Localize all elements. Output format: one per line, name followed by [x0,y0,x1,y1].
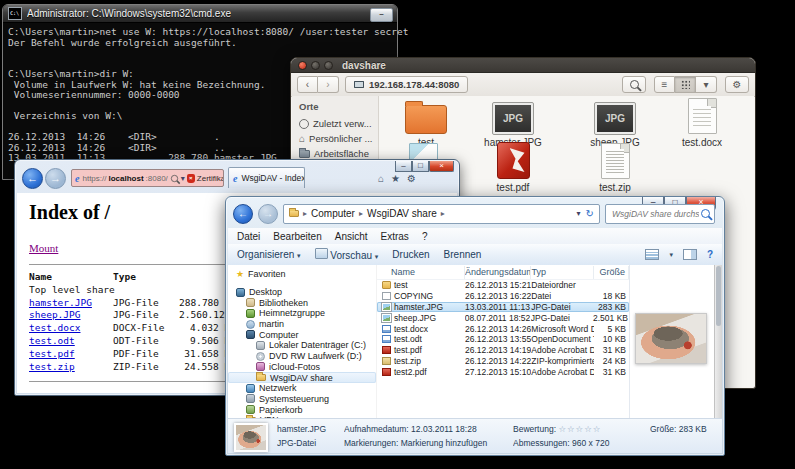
search-button[interactable] [622,76,646,93]
search-input[interactable] [610,208,701,220]
tree-item-martin[interactable]: martin [228,319,376,330]
details-capture-date: Aufnahmedatum: 12.03.2011 18:28 [344,424,504,434]
table-row-selected[interactable]: hamster.JPG13.03.2011 11:13JPG-Datei283 … [377,302,629,313]
certificate-error-text[interactable]: Zertifikatfe... [197,174,224,183]
table-row[interactable]: test.pdf26.12.2013 14:19Adobe Acrobat D.… [377,345,629,356]
file-link[interactable]: sheep.JPG [29,309,80,320]
list-view-button[interactable]: ≡ [654,76,675,93]
drucken-button[interactable]: Drucken [392,249,429,260]
tree-item-wsgidav-share[interactable]: WsgiDAV share [228,372,376,383]
column-header-size[interactable]: Größe [594,266,629,279]
file-link[interactable]: test.docx [29,322,80,333]
menu-extras[interactable]: Extras [381,231,409,242]
file-item-test[interactable]: test [383,98,469,148]
file-item-sheep-jpg[interactable]: JPG sheep.JPG [572,98,658,148]
search-box[interactable] [605,204,715,224]
column-header-date[interactable]: Änderungsdatum [465,266,531,279]
sidebar-item-home[interactable]: ⌂ Persönlicher ... [292,131,378,146]
browser-tab[interactable]: e WsgiDAV - Index of / × [228,167,305,188]
mount-link[interactable]: Mount [29,242,58,254]
forward-button[interactable]: → [258,204,278,224]
breadcrumb-computer[interactable]: Computer [311,208,355,219]
table-row[interactable]: test.docx26.12.2013 14:26Microsoft Word … [377,323,629,334]
tree-item-systemsteuerung[interactable]: Systemsteuerung [228,394,376,405]
table-row[interactable]: test26.12.2013 15:21Dateiordner [377,280,629,291]
tree-item-computer[interactable]: Computer [228,329,376,340]
change-view-icon[interactable] [645,249,659,260]
help-icon[interactable]: ? [707,249,713,260]
file-link[interactable]: test.pdf [29,348,75,359]
search-icon[interactable] [171,174,178,181]
refresh-icon[interactable]: ↻ [586,208,594,219]
organisieren-button[interactable]: Organisieren ▾ [237,249,301,260]
column-header-name[interactable]: Name [377,266,465,279]
menu-datei[interactable]: Datei [237,231,260,242]
details-tags[interactable]: Markierungen: Markierung hinzufügen [344,438,504,448]
browser-back-button[interactable]: ← [22,168,43,189]
view-options-dropdown[interactable]: ▾ [696,76,717,93]
tree-item-icloud-fotos[interactable]: iCloud-Fotos [228,362,376,373]
forward-button[interactable]: › [318,76,339,93]
tree-item-favoriten[interactable]: ★Favoriten [228,269,376,280]
table-row[interactable]: test.zip26.12.2013 14:22ZIP-komprimierte… [377,356,629,367]
table-row[interactable]: COPYING26.12.2013 16:22Datei18 KB [377,291,629,302]
tree-item-desktop[interactable]: Desktop [228,287,376,298]
home-icon[interactable]: ⌂ [378,173,384,184]
file-item-test-pdf[interactable]: test.pdf [470,143,556,193]
davshare-titlebar[interactable]: davshare [291,58,755,73]
details-rating: Bewertung: ☆☆☆☆☆ [513,424,641,434]
menu-ansicht[interactable]: Ansicht [335,231,368,242]
menu-bearbeiten[interactable]: Bearbeiten [273,231,321,242]
window-close-icon[interactable] [298,61,307,70]
file-item-test-zip[interactable]: test.zip [572,143,658,193]
pdf-file-icon [382,368,391,376]
address-dropdown-icon[interactable]: ▾ [577,209,581,218]
column-header-type[interactable]: Typ [531,266,593,279]
address-bar[interactable]: e https://localhost:8080/ ▾ × Zertifikat… [71,169,224,187]
grid-view-button[interactable] [675,76,696,93]
preview-pane-toggle-icon[interactable] [683,249,697,260]
table-row[interactable]: test2.pdf27.12.2013 15:10Adobe Acrobat D… [377,366,629,377]
file-link[interactable]: hamster.JPG [29,297,92,308]
location-bar[interactable]: 192.168.178.44:8080 [345,76,468,93]
tree-item-heimnetzgruppe[interactable]: Heimnetzgruppe [228,308,376,319]
tree-item-bibliotheken[interactable]: Bibliotheken [228,297,376,308]
window-close-button[interactable]: × [429,161,454,172]
file-link[interactable]: test.zip [29,361,75,372]
table-row[interactable]: test.odt26.12.2013 13:55OpenDocument T..… [377,334,629,345]
window-minimize-button[interactable]: – [395,161,412,172]
vertical-scrollbar[interactable] [714,265,722,418]
brennen-button[interactable]: Brennen [444,249,482,260]
cmd-minimize-button[interactable]: – [370,8,393,22]
settings-button[interactable]: ⚙ [725,76,749,93]
browser-forward-button[interactable]: → [45,168,66,189]
favorites-star-icon[interactable]: ★ [391,173,400,184]
tools-gear-icon[interactable]: ⚙ [407,173,416,184]
cmd-titlebar[interactable]: Administrator: C:\Windows\system32\cmd.e… [3,5,397,23]
back-button[interactable]: ‹ [297,76,318,93]
breadcrumb-address-bar[interactable]: ▸ Computer ▸ WsgiDAV share ▸ ▾ ↻ [283,204,600,224]
file-item-hamster-jpg[interactable]: JPG hamster.JPG [470,98,556,148]
tree-item-netzwerk[interactable]: Netzwerk [228,383,376,394]
window-minimize-icon[interactable] [311,61,320,70]
chevron-down-icon[interactable]: ▾ [669,251,673,259]
tree-item-papierkorb[interactable]: Papierkorb [228,404,376,415]
recycle-bin-icon [246,405,255,414]
window-maximize-icon[interactable] [324,61,333,70]
window-maximize-button[interactable]: □ [412,161,429,172]
table-row[interactable]: sheep.JPG08.07.2011 18:52JPG-Datei2.501 … [377,312,629,323]
rating-stars-icon[interactable]: ☆☆☆☆☆ [558,424,601,434]
sidebar-item-recent[interactable]: Zuletzt verw... [292,116,378,131]
vorschau-button[interactable]: Vorschau ▾ [315,248,379,261]
breadcrumb-wsgidav-share[interactable]: WsgiDAV share [367,208,437,219]
computer-icon [246,330,255,339]
scrollbar-thumb[interactable] [716,266,721,326]
file-link[interactable]: test.odt [29,335,75,346]
tree-item-dvd-laufwerk[interactable]: DVD RW Laufwerk (D:) [228,351,376,362]
file-item-test-docx[interactable]: test.docx [659,98,745,148]
back-button[interactable]: ← [233,204,253,224]
chevron-down-icon[interactable]: ▾ [181,174,185,183]
tree-item-lokaler-datentraeger[interactable]: Lokaler Datenträger (C:) [228,340,376,351]
homegroup-icon [246,309,255,318]
menu-hilfe[interactable]: ? [422,231,428,242]
